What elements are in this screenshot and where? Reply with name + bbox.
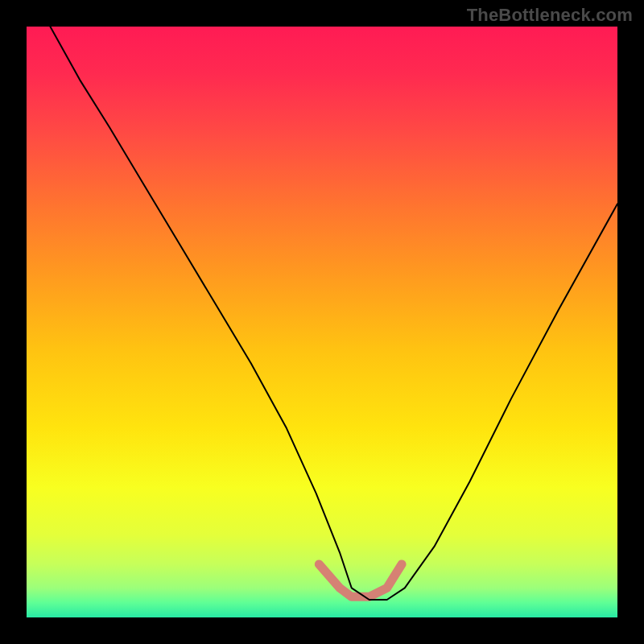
plot-area [27, 27, 617, 617]
watermark-text: TheBottleneck.com [467, 5, 633, 26]
plot-svg [27, 27, 617, 617]
gradient-background [27, 27, 617, 617]
chart-frame: TheBottleneck.com [0, 0, 644, 644]
